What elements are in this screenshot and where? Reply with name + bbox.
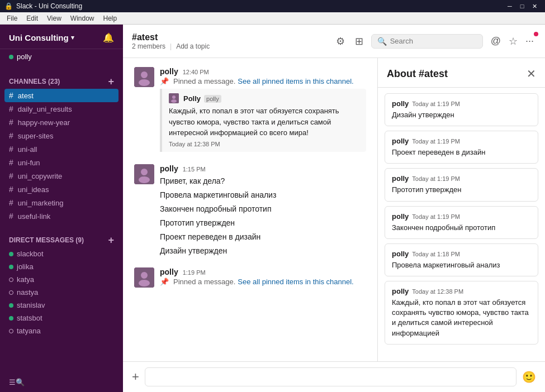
sidebar-item-super-sites[interactable]: # super-sites: [0, 129, 123, 142]
about-msg-card[interactable]: polly Today at 1:19 PM Прототип утвержде…: [385, 168, 538, 201]
sidebar-bottom[interactable]: ☰🔍: [0, 372, 123, 392]
channel-name: #atest: [132, 32, 327, 42]
search-box[interactable]: 🔍: [371, 34, 483, 49]
about-panel: About #atest ✕ polly Today at 1:19 PM Ди…: [377, 58, 545, 361]
channel-name-atest: atest: [18, 92, 34, 100]
sidebar-item-katya[interactable]: katya: [0, 273, 123, 286]
add-topic-link[interactable]: Add a topic: [176, 42, 210, 50]
dm-section-header[interactable]: DIRECT MESSAGES (9) +: [0, 234, 123, 246]
menu-view[interactable]: View: [42, 13, 66, 23]
add-content-button[interactable]: +: [132, 371, 139, 383]
emoji-button[interactable]: 🙂: [522, 370, 536, 384]
message-content: polly 12:40 PM 📌 Pinned a message. See a…: [160, 67, 366, 155]
channels-label: CHANNELS (23): [9, 78, 60, 85]
about-msg-header: polly Today at 1:18 PM: [392, 250, 531, 258]
search-input[interactable]: [390, 37, 468, 45]
about-msg-header: polly Today at 1:19 PM: [392, 99, 531, 108]
about-msg-card[interactable]: polly Today at 1:19 PM Дизайн утвержден: [385, 93, 538, 126]
avatar: [134, 67, 154, 87]
away-dot-icon: [9, 278, 13, 282]
sidebar-item-tatyana[interactable]: tatyana: [0, 324, 123, 337]
hash-icon: #: [9, 118, 13, 127]
message-author[interactable]: polly: [160, 164, 178, 173]
message-group: polly 12:40 PM 📌 Pinned a message. See a…: [134, 67, 366, 155]
message-lines: Привет, как дела? Провела маркетинговый …: [160, 174, 366, 259]
sidebar-item-jolika[interactable]: jolika: [0, 260, 123, 273]
sidebar-item-daily-uni-results[interactable]: # daily_uni_results: [0, 102, 123, 116]
svg-point-10: [141, 272, 148, 279]
more-options-icon[interactable]: ···: [523, 33, 536, 49]
add-dm-button[interactable]: +: [108, 235, 114, 245]
sidebar-item-uni-all[interactable]: # uni-all: [0, 142, 123, 156]
message-author[interactable]: polly: [160, 267, 178, 276]
messages-area: polly 12:40 PM 📌 Pinned a message. See a…: [123, 58, 377, 361]
online-dot-icon: [9, 303, 13, 308]
about-msg-card[interactable]: polly Today at 1:19 PM Проект переведен …: [385, 131, 538, 164]
sidebar-item-nastya[interactable]: nastya: [0, 286, 123, 299]
window-controls: ─ □ ✕: [504, 2, 541, 11]
member-count: 2 members: [132, 42, 165, 50]
channel-meta: 2 members | Add a topic: [132, 42, 327, 50]
minimize-button[interactable]: ─: [504, 2, 515, 11]
app-icon: 🔒: [4, 2, 13, 10]
sidebar-item-uni-marketing[interactable]: # uni_marketing: [0, 196, 123, 209]
search-icon: 🔍: [377, 37, 387, 46]
message-header: polly 12:40 PM: [160, 67, 366, 76]
notification-bell-icon[interactable]: 🔔: [103, 32, 114, 43]
online-dot-icon: [9, 252, 13, 256]
close-about-button[interactable]: ✕: [527, 67, 536, 80]
about-msg-text: Прототип утвержден: [392, 185, 531, 195]
menu-window[interactable]: Window: [66, 13, 99, 23]
settings-button[interactable]: ⚙: [334, 33, 347, 50]
sidebar-item-slackbot[interactable]: slackbot: [0, 247, 123, 260]
sidebar-item-stanislav[interactable]: stanislav: [0, 299, 123, 312]
online-dot-icon: [9, 316, 13, 321]
about-msg-header: polly Today at 1:19 PM: [392, 212, 531, 221]
channel-header: #atest 2 members | Add a topic ⚙ ⊞ 🔍 @ ☆: [123, 25, 545, 58]
about-msg-card[interactable]: polly Today at 1:18 PM Провела маркетинг…: [385, 243, 538, 276]
channels-section-header[interactable]: CHANNELS (23) +: [0, 75, 123, 88]
user-status-area: polly: [0, 49, 123, 66]
menu-file[interactable]: File: [2, 13, 22, 23]
about-messages-list: polly Today at 1:19 PM Дизайн утвержден …: [378, 88, 545, 361]
message-author[interactable]: polly: [160, 67, 178, 76]
about-msg-card[interactable]: polly Today at 1:19 PM Закончен подробны…: [385, 206, 538, 239]
notification-dot: [534, 32, 538, 36]
sidebar-item-useful-link[interactable]: # useful-link: [0, 209, 123, 223]
dm-label: DIRECT MESSAGES (9): [9, 236, 84, 244]
svg-point-4: [172, 95, 176, 99]
see-pinned-link[interactable]: See all pinned items in this channel.: [238, 278, 353, 286]
sidebar-item-uni-copywrite[interactable]: # uni_copywrite: [0, 169, 123, 183]
sidebar-item-statsbot[interactable]: statsbot: [0, 312, 123, 324]
sidebar-item-happy-new-year[interactable]: # happy-new-year: [0, 116, 123, 129]
channels-section: CHANNELS (23) + # atest # daily_uni_resu…: [0, 66, 123, 225]
about-msg-card[interactable]: polly Today at 12:38 PM Каждый, кто попа…: [385, 281, 538, 345]
see-pinned-link[interactable]: See all pinned items in this channel.: [238, 77, 353, 85]
channel-title-area: #atest 2 members | Add a topic: [132, 32, 327, 50]
sidebar-item-uni-fun[interactable]: # uni-fun: [0, 156, 123, 169]
about-msg-header: polly Today at 1:19 PM: [392, 174, 531, 183]
layout-button[interactable]: ⊞: [353, 33, 366, 50]
message-header: polly 1:19 PM: [160, 267, 366, 276]
quoted-avatar: [169, 93, 179, 103]
hash-icon: #: [9, 212, 13, 221]
menu-help[interactable]: Help: [99, 13, 122, 23]
content-row: polly 12:40 PM 📌 Pinned a message. See a…: [123, 58, 545, 361]
chevron-down-icon: ▾: [71, 34, 74, 41]
message-input[interactable]: [145, 367, 516, 386]
workspace-name[interactable]: Uni Consulting ▾: [9, 33, 74, 42]
at-icon[interactable]: @: [489, 33, 503, 49]
sidebar-item-atest[interactable]: # atest: [4, 89, 119, 102]
close-button[interactable]: ✕: [529, 2, 541, 11]
hash-icon: #: [9, 145, 13, 154]
add-channel-button[interactable]: +: [108, 77, 114, 87]
about-title: About #atest: [387, 68, 448, 80]
maximize-button[interactable]: □: [516, 2, 528, 11]
svg-point-7: [141, 169, 148, 175]
away-dot-icon: [9, 290, 13, 295]
away-dot-icon: [9, 329, 13, 333]
sidebar-item-uni-ideas[interactable]: # uni_ideas: [0, 183, 123, 196]
menu-edit[interactable]: Edit: [22, 13, 42, 23]
star-icon[interactable]: ☆: [506, 33, 520, 50]
avatar: [134, 267, 154, 288]
